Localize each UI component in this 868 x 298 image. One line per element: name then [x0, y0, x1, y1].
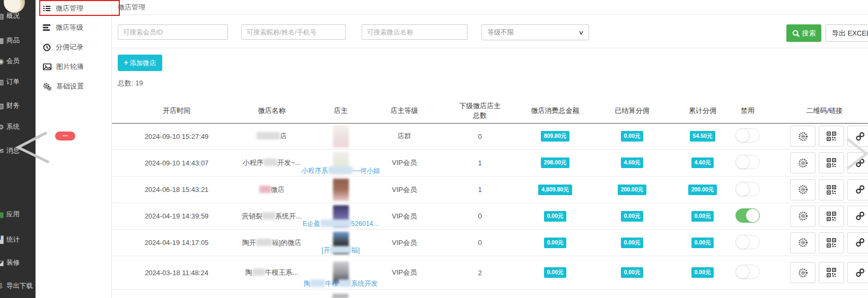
link-icon: [855, 132, 865, 142]
qrcode-button[interactable]: [819, 179, 844, 200]
link-button[interactable]: [847, 206, 868, 227]
disable-toggle[interactable]: [735, 235, 760, 249]
cumulative-commission-cell: 4.60元: [684, 157, 721, 168]
miniprogram-code-button[interactable]: [790, 179, 816, 200]
disable-cell: [721, 235, 774, 251]
level-filter-select[interactable]: 等级不限 ∨: [481, 24, 589, 40]
shop-name: 陶开福]的微店: [241, 238, 302, 248]
owner-level: VIP会员: [379, 238, 429, 248]
disable-toggle[interactable]: [735, 155, 760, 169]
link-icon: [855, 185, 865, 195]
text-fragment: 营销裂: [242, 212, 262, 220]
text-fragment: 526014...: [351, 220, 379, 227]
text-fragment: 系统开...: [275, 212, 302, 220]
qr-link-cell: [774, 232, 868, 253]
settled-commission-badge: 4.60元: [621, 157, 644, 168]
sidebar-item-apps[interactable]: ▩应用: [0, 209, 36, 220]
column-header: 二维码/链接: [774, 106, 868, 116]
table-row: 2024-04-19 14:17:05陶开福]的微店[开福]VIP会员00.00…: [112, 230, 868, 256]
sidebar-item-members[interactable]: ◉会员: [0, 56, 36, 66]
add-shop-button[interactable]: +添加微店: [118, 55, 162, 71]
consumption-total-badge: 298.00元: [541, 157, 570, 168]
cumulative-commission-badge: 200.00元: [688, 185, 717, 195]
redacted-blur: [320, 220, 351, 227]
search-nickname-input[interactable]: [241, 24, 346, 40]
text-fragment: 陶: [246, 268, 252, 276]
owner-level: VIP会员: [379, 185, 429, 195]
settled-commission-cell: 0.00元: [580, 131, 684, 142]
qrcode-icon: [827, 268, 836, 277]
shop-name: 小程序开发~...: [241, 158, 302, 168]
qrcode-button[interactable]: [819, 232, 844, 253]
sidebar-item-decorate[interactable]: ◪装修: [0, 257, 36, 268]
submenu-item-image[interactable]: 图片轮播: [43, 59, 84, 74]
secondary-sidebar: 微店管理微店等级分佣记录图片轮播基础设置: [36, 0, 112, 298]
sub-shop-count: 1: [429, 186, 530, 194]
link-button[interactable]: [847, 152, 868, 173]
link-button[interactable]: [847, 126, 868, 147]
consumption-total-badge: 0.00元: [544, 267, 567, 278]
sidebar-item-label: 装修: [6, 258, 20, 267]
sidebar-item-label: 系统: [6, 122, 20, 132]
submenu-item-clock[interactable]: 分佣记录: [43, 40, 83, 55]
sidebar-item-download[interactable]: ⇩导出下载: [0, 281, 36, 291]
table-header-row: 开店时间微店名称店主店主等级下级微店店主总数微店消费总金额已结算分佣累计分佣禁用…: [112, 98, 868, 124]
search-shop-name-input[interactable]: [362, 24, 468, 40]
divider: [112, 48, 868, 48]
sidebar-item-label: 概况: [6, 12, 20, 21]
divider: [112, 14, 868, 15]
qrcode-button[interactable]: [819, 206, 844, 227]
cumulative-commission-badge: 0.00元: [691, 267, 714, 278]
link-button[interactable]: [847, 262, 868, 283]
sidebar-item-stats[interactable]: ▟统计: [0, 234, 36, 245]
sidebar-item-message[interactable]: ✉消息: [0, 145, 36, 156]
search-button[interactable]: 搜索: [786, 24, 821, 42]
open-time: 2024-06-18 15:43:21: [112, 186, 241, 194]
owner-link[interactable]: 陶牛模系统开发: [304, 279, 378, 288]
qrcode-button[interactable]: [819, 262, 844, 283]
disable-toggle[interactable]: [735, 182, 760, 196]
sidebar-item-goods[interactable]: ▦商品: [0, 35, 36, 46]
miniprogram-code-button[interactable]: [790, 232, 816, 253]
toggle-knob: [735, 265, 750, 279]
owner-link[interactable]: [开福]: [322, 246, 360, 255]
search-icon: [792, 30, 800, 37]
decorate-icon: ◪: [0, 259, 5, 267]
settled-commission-cell: 0.00元: [580, 267, 684, 278]
toggle-knob: [735, 155, 750, 169]
qrcode-icon: [827, 238, 836, 248]
disable-toggle[interactable]: [735, 128, 760, 143]
owner-link[interactable]: E企盈526014...: [303, 220, 379, 229]
cumulative-commission-cell: 0.00元: [684, 267, 721, 278]
disable-cell: [721, 128, 774, 144]
link-button[interactable]: [847, 179, 868, 200]
disable-toggle[interactable]: [735, 265, 760, 279]
primary-sidebar: ▤概况▦商品◉会员▥订单▧财务⚙系统✉消息▩应用▟统计◪装修⇩导出下载: [0, 0, 36, 298]
export-excel-button[interactable]: 导出 EXCEL: [826, 24, 868, 42]
qrcode-button[interactable]: [819, 126, 844, 147]
sidebar-item-system[interactable]: ⚙系统: [0, 121, 36, 132]
miniprogram-code-button[interactable]: [790, 262, 816, 283]
submenu-item-bars[interactable]: 微店等级: [43, 20, 83, 35]
sidebar-item-label: 消息: [6, 146, 20, 155]
list-icon: [43, 5, 51, 12]
owner-cell: [302, 177, 379, 203]
link-button[interactable]: [847, 232, 868, 253]
text-fragment: 开发~...: [277, 159, 301, 166]
qrcode-icon: [827, 185, 836, 195]
owner-link[interactable]: 小程序系~~何小姐: [301, 166, 380, 176]
qrcode-button[interactable]: [819, 152, 844, 173]
disable-toggle[interactable]: [735, 208, 760, 223]
sidebar-item-orders[interactable]: ▥订单: [0, 76, 36, 87]
search-member-id-input[interactable]: [118, 24, 228, 40]
open-time: 2024-04-19 14:17:05: [112, 239, 241, 247]
miniprogram-code-button[interactable]: [790, 126, 816, 147]
sidebar-item-finance[interactable]: ▧财务: [0, 100, 36, 111]
consumption-total-cell: 0.00元: [530, 267, 580, 278]
miniprogram-code-button[interactable]: [790, 152, 816, 173]
miniprogram-code-button[interactable]: [790, 206, 816, 227]
cumulative-commission-cell: 0.00元: [684, 238, 721, 248]
sidebar-item-overview[interactable]: ▤概况: [0, 11, 36, 21]
submenu-item-shop-manage[interactable]: 微店管理: [43, 1, 83, 16]
submenu-item-gears[interactable]: 基础设置: [43, 79, 84, 94]
